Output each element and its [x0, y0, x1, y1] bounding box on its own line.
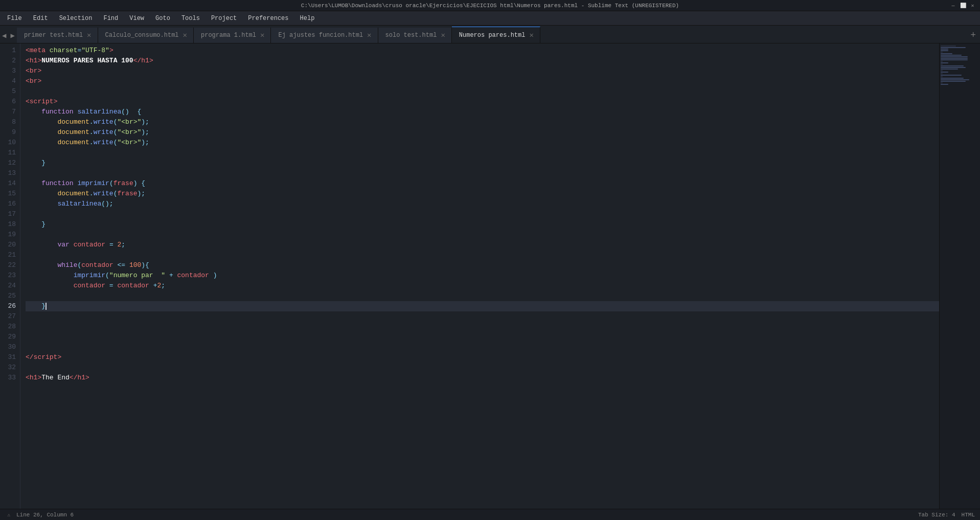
line-num-10: 10 [0, 138, 20, 148]
code-line-16: saltarlinea(); [26, 199, 939, 209]
line-num-11: 11 [0, 148, 20, 158]
code-line-8: document.write("<br>"); [26, 117, 939, 127]
tab-label: programa 1.html [201, 32, 256, 39]
code-line-14: function imprimir(frase) { [26, 178, 939, 189]
line-num-2: 2 [0, 56, 20, 66]
minimize-button[interactable]: — [950, 2, 956, 9]
line-num-21: 21 [0, 250, 20, 260]
status-bar: ⚠ Line 26, Column 6 Tab Size: 4 HTML [0, 509, 980, 520]
code-line-11 [26, 148, 939, 158]
line-num-30: 30 [0, 342, 20, 352]
line-num-4: 4 [0, 76, 20, 86]
tab-numeros-pares[interactable]: Numeros pares.html ✕ [452, 27, 540, 43]
tab-label: Ej ajustes funcion.html [278, 32, 363, 39]
line-numbers: 1 2 3 4 5 6 7 8 9 10 11 12 13 14 15 16 1… [0, 43, 20, 509]
status-right: Tab Size: 4 HTML [918, 512, 975, 518]
window-controls[interactable]: — ⬜ ✕ [950, 2, 976, 9]
code-line-31: </script> [26, 352, 939, 363]
menu-file[interactable]: File [2, 13, 27, 24]
code-line-19 [26, 230, 939, 240]
code-line-7: function saltarlinea() { [26, 107, 939, 117]
line-num-3: 3 [0, 66, 20, 76]
tab-size-status[interactable]: Tab Size: 4 [918, 512, 955, 518]
code-line-25 [26, 291, 939, 301]
code-line-24: contador = contador +2; [26, 281, 939, 291]
line-num-1: 1 [0, 46, 20, 56]
tab-close-numeros[interactable]: ✕ [529, 32, 533, 39]
tab-label: solo test.html [385, 32, 437, 39]
code-line-12: } [26, 158, 939, 168]
code-line-13 [26, 168, 939, 178]
line-num-6: 6 [0, 97, 20, 107]
code-line-28 [26, 322, 939, 332]
code-line-3: <br> [26, 66, 939, 76]
line-num-23: 23 [0, 270, 20, 281]
line-num-22: 22 [0, 260, 20, 270]
menu-tools[interactable]: Tools [176, 13, 205, 24]
code-line-1: <meta charset="UTF-8"> [26, 46, 939, 56]
code-line-22: while(contador <= 100){ [26, 260, 939, 270]
menu-help[interactable]: Help [295, 13, 320, 24]
minimap[interactable] [939, 43, 980, 509]
menu-goto[interactable]: Goto [150, 13, 175, 24]
tab-close-solo[interactable]: ✕ [441, 32, 445, 39]
language-status[interactable]: HTML [962, 512, 975, 518]
code-line-6: <script> [26, 97, 939, 107]
tab-ej-ajustes[interactable]: Ej ajustes funcion.html ✕ [271, 28, 378, 43]
menu-project[interactable]: Project [206, 13, 242, 24]
line-num-17: 17 [0, 209, 20, 219]
title-bar: C:\Users\LUMOB\Downloads\cruso oracle\Ej… [0, 0, 980, 11]
line-col-status: Line 26, Column 6 [16, 512, 74, 518]
window-title: C:\Users\LUMOB\Downloads\cruso oracle\Ej… [4, 3, 976, 9]
line-num-19: 19 [0, 230, 20, 240]
tab-close-calculo[interactable]: ✕ [183, 32, 187, 39]
maximize-button[interactable]: ⬜ [960, 2, 966, 9]
line-num-7: 7 [0, 107, 20, 117]
tab-close-ej[interactable]: ✕ [367, 32, 371, 39]
tab-label: Calculo_consumo.html [105, 32, 179, 39]
code-line-10: document.write("<br>"); [26, 138, 939, 148]
menu-selection[interactable]: Selection [54, 13, 98, 24]
code-line-4: <br> [26, 76, 939, 86]
code-line-32 [26, 363, 939, 373]
tab-close-primer[interactable]: ✕ [87, 32, 91, 39]
code-line-9: document.write("<br>"); [26, 127, 939, 138]
tab-nav-next[interactable]: ▶ [8, 28, 16, 43]
code-line-5 [26, 86, 939, 97]
line-num-25: 25 [0, 291, 20, 301]
line-num-5: 5 [0, 86, 20, 97]
menu-find[interactable]: Find [98, 13, 123, 24]
tab-programa-1[interactable]: programa 1.html ✕ [194, 28, 271, 43]
code-line-18: } [26, 219, 939, 230]
close-button[interactable]: ✕ [969, 2, 976, 9]
line-num-28: 28 [0, 322, 20, 332]
line-num-15: 15 [0, 189, 20, 199]
line-num-8: 8 [0, 117, 20, 127]
menu-preferences[interactable]: Preferences [243, 13, 293, 24]
line-num-31: 31 [0, 352, 20, 363]
line-num-20: 20 [0, 240, 20, 250]
tab-calculo-consumo[interactable]: Calculo_consumo.html ✕ [98, 28, 194, 43]
tab-primer-test[interactable]: primer test.html ✕ [17, 28, 98, 43]
tab-close-programa[interactable]: ✕ [260, 32, 264, 39]
code-line-23: imprimir("numero par " + contador ) [26, 270, 939, 281]
tab-label: Numeros pares.html [459, 32, 526, 39]
new-tab-button[interactable]: + [966, 28, 980, 43]
code-line-17 [26, 209, 939, 219]
code-line-2: <h1>NUMEROS PARES HASTA 100</h1> [26, 56, 939, 66]
code-line-33: <h1>The End</h1> [26, 373, 939, 383]
line-num-24: 24 [0, 281, 20, 291]
line-num-29: 29 [0, 332, 20, 342]
code-line-30 [26, 342, 939, 352]
tab-label: primer test.html [24, 32, 83, 39]
menu-bar: File Edit Selection Find View Goto Tools… [0, 11, 980, 26]
menu-edit[interactable]: Edit [28, 13, 53, 24]
line-num-33: 33 [0, 373, 20, 383]
code-editor[interactable]: <meta charset="UTF-8"> <h1>NUMEROS PARES… [20, 43, 939, 509]
menu-view[interactable]: View [124, 13, 149, 24]
editor-container: 1 2 3 4 5 6 7 8 9 10 11 12 13 14 15 16 1… [0, 43, 980, 509]
line-num-16: 16 [0, 199, 20, 209]
tab-solo-test[interactable]: solo test.html ✕ [378, 28, 452, 43]
line-num-13: 13 [0, 168, 20, 178]
tab-nav-prev[interactable]: ◀ [0, 28, 8, 43]
